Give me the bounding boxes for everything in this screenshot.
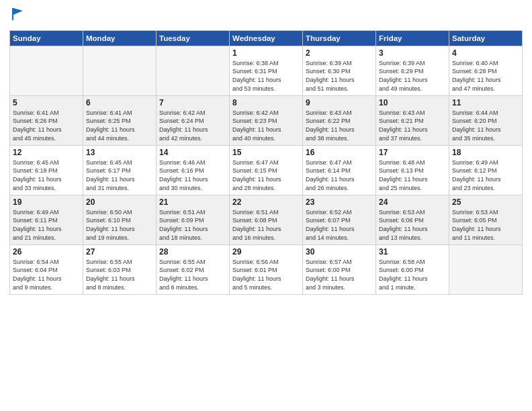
day-number: 17: [379, 148, 446, 157]
day-number: 29: [232, 247, 300, 257]
calendar-table: SundayMondayTuesdayWednesdayThursdayFrid…: [9, 30, 523, 295]
logo: [9, 9, 26, 25]
day-info: Sunrise: 6:39 AM Sunset: 6:29 PM Dayligh…: [379, 59, 446, 93]
day-number: 20: [86, 197, 153, 207]
calendar-day-2: 2Sunrise: 6:39 AM Sunset: 6:30 PM Daylig…: [303, 46, 376, 95]
calendar-day-31: 31Sunrise: 6:58 AM Sunset: 6:00 PM Dayli…: [376, 244, 449, 294]
day-info: Sunrise: 6:58 AM Sunset: 6:00 PM Dayligh…: [379, 258, 446, 291]
day-info: Sunrise: 6:48 AM Sunset: 6:13 PM Dayligh…: [379, 158, 446, 192]
day-info: Sunrise: 6:55 AM Sunset: 6:03 PM Dayligh…: [86, 258, 153, 291]
day-number: 18: [452, 148, 519, 157]
svg-marker-0: [12, 8, 23, 20]
day-info: Sunrise: 6:47 AM Sunset: 6:15 PM Dayligh…: [232, 158, 300, 192]
day-info: Sunrise: 6:51 AM Sunset: 6:09 PM Dayligh…: [159, 208, 226, 242]
day-number: 24: [379, 197, 446, 207]
day-number: 7: [159, 98, 226, 107]
calendar-day-13: 13Sunrise: 6:45 AM Sunset: 6:17 PM Dayli…: [83, 145, 157, 195]
day-info: Sunrise: 6:39 AM Sunset: 6:30 PM Dayligh…: [306, 59, 373, 93]
calendar-empty-cell: [10, 46, 83, 95]
weekday-header-row: SundayMondayTuesdayWednesdayThursdayFrid…: [10, 30, 523, 46]
weekday-header-tuesday: Tuesday: [157, 30, 230, 46]
day-info: Sunrise: 6:41 AM Sunset: 6:26 PM Dayligh…: [13, 109, 80, 142]
calendar-day-12: 12Sunrise: 6:45 AM Sunset: 6:18 PM Dayli…: [10, 145, 83, 195]
day-number: 8: [232, 98, 300, 107]
calendar-day-5: 5Sunrise: 6:41 AM Sunset: 6:26 PM Daylig…: [10, 95, 83, 145]
calendar-day-20: 20Sunrise: 6:50 AM Sunset: 6:10 PM Dayli…: [83, 195, 157, 244]
day-number: 31: [379, 247, 446, 257]
day-number: 13: [86, 148, 153, 157]
day-number: 5: [13, 98, 80, 107]
weekday-header-saturday: Saturday: [449, 30, 523, 46]
day-number: 26: [13, 247, 80, 257]
calendar-empty-cell: [83, 46, 157, 95]
day-info: Sunrise: 6:44 AM Sunset: 6:20 PM Dayligh…: [452, 109, 519, 142]
day-number: 10: [379, 98, 446, 107]
header: [9, 7, 523, 25]
day-number: 14: [159, 148, 226, 157]
day-info: Sunrise: 6:38 AM Sunset: 6:31 PM Dayligh…: [232, 59, 300, 93]
day-info: Sunrise: 6:51 AM Sunset: 6:08 PM Dayligh…: [232, 208, 300, 242]
day-number: 30: [306, 247, 373, 257]
calendar-day-4: 4Sunrise: 6:40 AM Sunset: 6:28 PM Daylig…: [449, 46, 523, 95]
day-number: 11: [452, 98, 519, 107]
day-number: 27: [86, 247, 153, 257]
day-number: 23: [306, 197, 373, 207]
calendar-day-15: 15Sunrise: 6:47 AM Sunset: 6:15 PM Dayli…: [230, 145, 303, 195]
calendar-day-27: 27Sunrise: 6:55 AM Sunset: 6:03 PM Dayli…: [83, 244, 157, 294]
calendar-day-22: 22Sunrise: 6:51 AM Sunset: 6:08 PM Dayli…: [230, 195, 303, 244]
calendar-day-10: 10Sunrise: 6:43 AM Sunset: 6:21 PM Dayli…: [376, 95, 449, 145]
day-number: 15: [232, 148, 300, 157]
day-number: 9: [306, 98, 373, 107]
day-info: Sunrise: 6:42 AM Sunset: 6:24 PM Dayligh…: [159, 109, 226, 142]
day-info: Sunrise: 6:53 AM Sunset: 6:06 PM Dayligh…: [379, 208, 446, 242]
day-info: Sunrise: 6:55 AM Sunset: 6:02 PM Dayligh…: [159, 258, 226, 291]
day-number: 28: [159, 247, 226, 257]
day-number: 19: [13, 197, 80, 207]
day-info: Sunrise: 6:49 AM Sunset: 6:11 PM Dayligh…: [13, 208, 80, 242]
day-number: 21: [159, 197, 226, 207]
calendar-day-28: 28Sunrise: 6:55 AM Sunset: 6:02 PM Dayli…: [157, 244, 230, 294]
calendar-day-24: 24Sunrise: 6:53 AM Sunset: 6:06 PM Dayli…: [376, 195, 449, 244]
day-info: Sunrise: 6:56 AM Sunset: 6:01 PM Dayligh…: [232, 258, 300, 291]
calendar-day-23: 23Sunrise: 6:52 AM Sunset: 6:07 PM Dayli…: [303, 195, 376, 244]
weekday-header-sunday: Sunday: [10, 30, 83, 46]
day-info: Sunrise: 6:49 AM Sunset: 6:12 PM Dayligh…: [452, 158, 519, 192]
day-info: Sunrise: 6:57 AM Sunset: 6:00 PM Dayligh…: [306, 258, 373, 291]
calendar-day-14: 14Sunrise: 6:46 AM Sunset: 6:16 PM Dayli…: [157, 145, 230, 195]
day-number: 3: [379, 48, 446, 58]
day-info: Sunrise: 6:50 AM Sunset: 6:10 PM Dayligh…: [86, 208, 153, 242]
calendar-day-7: 7Sunrise: 6:42 AM Sunset: 6:24 PM Daylig…: [157, 95, 230, 145]
calendar-day-11: 11Sunrise: 6:44 AM Sunset: 6:20 PM Dayli…: [449, 95, 523, 145]
calendar-day-26: 26Sunrise: 6:54 AM Sunset: 6:04 PM Dayli…: [10, 244, 83, 294]
day-number: 25: [452, 197, 519, 207]
day-info: Sunrise: 6:41 AM Sunset: 6:25 PM Dayligh…: [86, 109, 153, 142]
calendar-day-17: 17Sunrise: 6:48 AM Sunset: 6:13 PM Dayli…: [376, 145, 449, 195]
day-number: 2: [306, 48, 373, 58]
calendar-day-25: 25Sunrise: 6:53 AM Sunset: 6:05 PM Dayli…: [449, 195, 523, 244]
calendar-week-row: 12Sunrise: 6:45 AM Sunset: 6:18 PM Dayli…: [10, 145, 523, 195]
logo-flag-icon: [11, 7, 26, 21]
day-number: 22: [232, 197, 300, 207]
day-info: Sunrise: 6:47 AM Sunset: 6:14 PM Dayligh…: [306, 158, 373, 192]
calendar-day-29: 29Sunrise: 6:56 AM Sunset: 6:01 PM Dayli…: [230, 244, 303, 294]
day-info: Sunrise: 6:45 AM Sunset: 6:18 PM Dayligh…: [13, 158, 80, 192]
calendar-week-row: 1Sunrise: 6:38 AM Sunset: 6:31 PM Daylig…: [10, 46, 523, 95]
day-number: 6: [86, 98, 153, 107]
day-number: 1: [232, 48, 300, 58]
calendar-week-row: 26Sunrise: 6:54 AM Sunset: 6:04 PM Dayli…: [10, 244, 523, 294]
day-info: Sunrise: 6:52 AM Sunset: 6:07 PM Dayligh…: [306, 208, 373, 242]
weekday-header-friday: Friday: [376, 30, 449, 46]
calendar-day-8: 8Sunrise: 6:42 AM Sunset: 6:23 PM Daylig…: [230, 95, 303, 145]
calendar-day-9: 9Sunrise: 6:43 AM Sunset: 6:22 PM Daylig…: [303, 95, 376, 145]
calendar-week-row: 5Sunrise: 6:41 AM Sunset: 6:26 PM Daylig…: [10, 95, 523, 145]
day-info: Sunrise: 6:42 AM Sunset: 6:23 PM Dayligh…: [232, 109, 300, 142]
day-info: Sunrise: 6:53 AM Sunset: 6:05 PM Dayligh…: [452, 208, 519, 242]
day-info: Sunrise: 6:43 AM Sunset: 6:22 PM Dayligh…: [306, 109, 373, 142]
day-info: Sunrise: 6:54 AM Sunset: 6:04 PM Dayligh…: [13, 258, 80, 291]
day-info: Sunrise: 6:43 AM Sunset: 6:21 PM Dayligh…: [379, 109, 446, 142]
page-container: SundayMondayTuesdayWednesdayThursdayFrid…: [0, 0, 532, 411]
weekday-header-wednesday: Wednesday: [230, 30, 303, 46]
day-number: 4: [452, 48, 519, 58]
calendar-day-3: 3Sunrise: 6:39 AM Sunset: 6:29 PM Daylig…: [376, 46, 449, 95]
calendar-day-19: 19Sunrise: 6:49 AM Sunset: 6:11 PM Dayli…: [10, 195, 83, 244]
